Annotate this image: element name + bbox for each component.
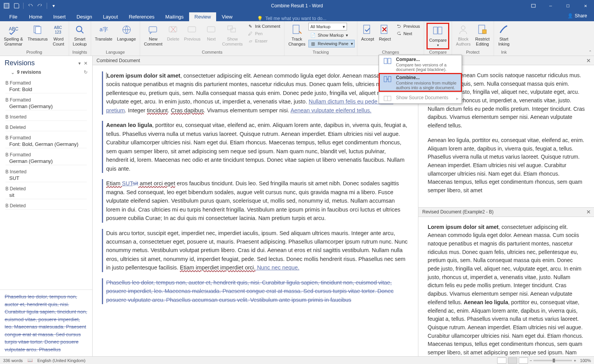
group-language: Language xyxy=(93,49,137,55)
block-authors-button: Block Authors xyxy=(454,23,472,47)
tab-file[interactable]: File xyxy=(3,12,24,21)
reject-button[interactable]: Reject xyxy=(377,23,393,42)
revision-item[interactable]: B FormattedFont: Bold xyxy=(3,79,89,96)
svg-rect-1 xyxy=(531,4,535,7)
group-insights: Insights xyxy=(71,49,88,55)
group-tracking: Tracking xyxy=(287,49,355,55)
menu-compare-desc: Compare two versions of a document (lega… xyxy=(396,62,459,72)
save-icon[interactable] xyxy=(12,2,21,10)
revision-item[interactable]: B Inserted xyxy=(3,113,89,123)
word-app-icon[interactable] xyxy=(2,2,11,10)
zoom-level[interactable]: 100% xyxy=(580,358,591,363)
new-comment-button[interactable]: New Comment xyxy=(142,23,164,47)
zoom-out-button[interactable]: − xyxy=(530,358,532,363)
compare-button[interactable]: Compare▼ xyxy=(426,23,449,49)
revision-item[interactable]: B InsertedSUT xyxy=(3,168,89,185)
delete-comment-icon xyxy=(167,24,179,36)
revision-item[interactable]: B FormattedGerman (Germany) xyxy=(3,151,89,168)
revisions-list[interactable]: B FormattedFont: BoldB FormattedGerman (… xyxy=(0,77,92,290)
revision-item[interactable]: B Deleted xyxy=(3,201,89,212)
word-count-status[interactable]: 336 words xyxy=(3,358,23,363)
revision-item[interactable]: B FormattedGerman (Germany) xyxy=(3,96,89,113)
previous-change-button[interactable]: ⮌Previous xyxy=(394,23,421,30)
original-close-icon[interactable]: ✕ xyxy=(586,58,591,64)
print-layout-button[interactable] xyxy=(508,357,517,364)
next-comment-button: Next xyxy=(204,23,219,42)
minimize-button[interactable]: ─ xyxy=(542,0,559,12)
maximize-button[interactable]: ☐ xyxy=(559,0,577,12)
zoom-in-button[interactable]: + xyxy=(574,358,576,363)
undo-icon[interactable] xyxy=(26,2,34,10)
menu-show-source[interactable]: Show Source Documents ▸ xyxy=(379,93,462,103)
svg-rect-11 xyxy=(169,27,177,32)
language-button[interactable]: Language xyxy=(115,23,137,42)
thesaurus-button[interactable]: Thesaurus xyxy=(26,23,49,42)
next-change-button[interactable]: ⮎Next xyxy=(394,30,421,37)
restrict-editing-button[interactable]: Restrict Editing xyxy=(474,23,491,47)
tab-home[interactable]: Home xyxy=(24,12,48,21)
combined-document-body[interactable]: Lorem ipsum dolor sit amet, consectetuer… xyxy=(93,65,418,356)
revised-document-body[interactable]: Lorem ipsum dolor sit amet, consectetuer… xyxy=(418,217,594,364)
smart-lookup-button[interactable]: Smart Lookup xyxy=(71,23,88,47)
tab-mailings[interactable]: Mailings xyxy=(160,12,189,21)
menu-combine[interactable]: Combine...Combine revisions from multipl… xyxy=(379,73,462,91)
ribbon-tabbar: File Home Insert Design Layout Reference… xyxy=(0,12,594,21)
revision-item[interactable]: B Deleted xyxy=(3,123,89,134)
close-button[interactable]: ✕ xyxy=(577,0,594,12)
revised-close-icon[interactable]: ✕ xyxy=(586,209,591,215)
workarea: Revisions ▾✕ ⌃9 revisions ↻ B FormattedF… xyxy=(0,56,594,356)
prev-comment-icon xyxy=(186,24,198,36)
share-button[interactable]: 👤 Share xyxy=(564,12,591,19)
ink-comment-button[interactable]: ✎Ink Comment xyxy=(246,23,282,30)
prev-change-icon: ⮌ xyxy=(396,23,402,29)
svg-text:ABC: ABC xyxy=(9,26,19,32)
tab-review[interactable]: Review xyxy=(189,12,217,21)
zoom-slider[interactable] xyxy=(533,360,572,361)
accept-button[interactable]: Accept xyxy=(360,23,376,42)
qat-customize-icon[interactable]: ▾ xyxy=(49,2,58,10)
revisions-count: 9 revisions xyxy=(17,69,41,75)
ribbon-display-options[interactable] xyxy=(525,0,542,12)
translate-button[interactable]: a字Translate xyxy=(93,23,114,42)
reviewing-pane-button[interactable]: ▥Reviewing Pane▾ xyxy=(308,40,355,47)
refresh-icon[interactable]: ↻ xyxy=(84,69,88,75)
tab-layout[interactable]: Layout xyxy=(98,12,124,21)
display-for-review-select[interactable]: All Markup▾ xyxy=(308,23,347,30)
tab-insert[interactable]: Insert xyxy=(48,12,71,21)
spelling-grammar-button[interactable]: ABCSpelling & Grammar xyxy=(2,23,25,47)
redo-icon[interactable] xyxy=(36,2,44,10)
group-ink: Ink xyxy=(496,49,512,55)
menu-compare-title: Compare... xyxy=(396,57,459,62)
delete-comment-button: Delete xyxy=(166,23,181,42)
spellcheck-status-icon[interactable]: 📖 xyxy=(27,358,33,363)
word-count-button[interactable]: ABC123Word Count xyxy=(51,23,66,47)
svg-rect-12 xyxy=(188,27,196,32)
tab-design[interactable]: Design xyxy=(71,12,97,21)
start-inking-button[interactable]: Start Inking xyxy=(496,23,512,47)
translate-icon: a字 xyxy=(97,24,110,36)
revision-item[interactable]: B Deletedsit xyxy=(3,185,89,201)
menu-compare[interactable]: Compare...Compare two versions of a docu… xyxy=(379,55,462,73)
track-changes-button[interactable]: Track Changes xyxy=(287,23,307,47)
revisions-dropdown-icon[interactable]: ▾ xyxy=(78,61,81,66)
show-markup-button[interactable]: 📄Show Markup▾ xyxy=(308,32,355,39)
tell-me[interactable]: 💡 Tell me what you want to do... xyxy=(257,16,326,21)
collapse-ribbon-icon[interactable]: ⌃ xyxy=(589,50,592,54)
accept-icon xyxy=(361,24,374,36)
tab-references[interactable]: References xyxy=(124,12,160,21)
tab-view[interactable]: View xyxy=(216,12,238,21)
svg-text:123: 123 xyxy=(55,30,61,34)
compare-icon xyxy=(432,25,444,37)
read-mode-button[interactable] xyxy=(497,357,506,364)
language-status[interactable]: English (United Kingdom) xyxy=(37,358,86,363)
web-layout-button[interactable] xyxy=(519,357,528,364)
reject-icon xyxy=(379,24,391,36)
revision-item[interactable]: B FormattedFont: Bold, German (Germany) xyxy=(3,134,89,151)
svg-rect-4 xyxy=(36,27,41,34)
lightbulb-icon: 💡 xyxy=(257,16,263,21)
show-comments-icon xyxy=(226,24,239,36)
svg-rect-13 xyxy=(207,27,215,32)
svg-rect-10 xyxy=(149,27,157,32)
revisions-close-icon[interactable]: ✕ xyxy=(84,61,88,66)
svg-rect-16 xyxy=(293,25,299,34)
